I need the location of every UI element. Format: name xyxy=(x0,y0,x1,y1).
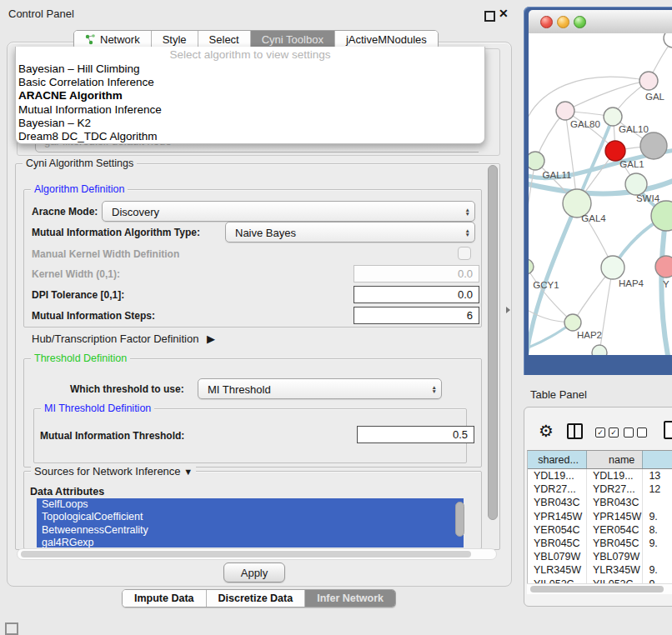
settings-hscrollbar-thumb[interactable] xyxy=(21,551,471,558)
network-node-y[interactable] xyxy=(655,256,672,278)
algorithm-dropdown-popup: Select algorithm to view settings Bayesi… xyxy=(15,47,485,144)
data-attribute-item-selected[interactable]: TopologicalCoefficient xyxy=(37,511,464,523)
table-row[interactable]: YBR045CYBR045C9. xyxy=(528,537,672,550)
table-cell: 13 xyxy=(643,469,672,482)
dropdown-item[interactable]: Basic Correlation Inference xyxy=(16,76,484,89)
manual-kernel-checkbox[interactable] xyxy=(458,247,471,260)
which-threshold-select[interactable]: MI Threshold ▲▼ xyxy=(198,378,442,399)
network-node-hap4[interactable] xyxy=(601,256,624,279)
network-node-gal[interactable] xyxy=(639,72,658,90)
network-node-hap2[interactable] xyxy=(564,314,581,331)
network-node-swi4[interactable] xyxy=(625,173,647,195)
hub-definition-expander[interactable]: Hub/Transcription Factor Definition ▶ xyxy=(32,332,215,345)
data-attribute-item-selected[interactable]: gal4RGexp xyxy=(37,537,464,548)
data-attribute-item-selected[interactable]: BetweennessCentrality xyxy=(37,524,464,537)
mi-threshold-label: Mutual Information Threshold: xyxy=(40,430,184,442)
mi-type-select[interactable]: Naive Bayes ▲▼ xyxy=(225,222,475,242)
table-column-header[interactable] xyxy=(643,451,672,468)
node-attribute-table[interactable]: shared...name YDL19...YDL19...13YDR27...… xyxy=(527,450,672,594)
app-viewport: Control Panel ✕ Network Style Select Cyn… xyxy=(0,0,672,635)
dpi-tolerance-input[interactable]: 0.0 xyxy=(354,286,479,303)
network-view-canvas[interactable]: GALGAL80GAL10GAL1GAL11GAL4SWI4GCY1HAP4YH… xyxy=(529,33,672,355)
network-node-label: GAL xyxy=(645,92,665,102)
stepper-arrows-icon: ▲▼ xyxy=(465,207,470,216)
table-column-header[interactable]: shared... xyxy=(528,451,587,468)
kernel-width-input[interactable]: 0.0 xyxy=(354,265,479,282)
data-attribute-item-selected[interactable]: SelfLoops xyxy=(37,498,464,511)
network-node[interactable] xyxy=(640,132,667,159)
network-node-gal80[interactable] xyxy=(556,102,574,120)
table-cell: YBL079W xyxy=(528,550,587,563)
table-row[interactable]: YPR145WYPR145W9. xyxy=(528,510,672,523)
network-node-label: GAL80 xyxy=(570,119,600,129)
settings-scrollbar[interactable] xyxy=(487,165,497,545)
panel-divider-handle[interactable] xyxy=(506,307,510,313)
aracne-mode-select[interactable]: Discovery ▲▼ xyxy=(102,201,475,222)
which-threshold-value: MI Threshold xyxy=(208,382,271,395)
data-attributes-list[interactable]: SelfLoopsTopologicalCoefficientBetweenne… xyxy=(37,498,464,548)
checked-columns-icon[interactable]: ✓ ✓ xyxy=(595,428,619,438)
table-cell: 8. xyxy=(643,523,672,537)
dropdown-item[interactable]: Bayesian – K2 xyxy=(16,117,484,130)
tab-label: Style xyxy=(163,33,187,46)
network-node[interactable] xyxy=(664,33,672,48)
dropdown-item[interactable]: ARACNE Algorithm xyxy=(16,89,484,102)
kernel-width-label: Kernel Width (0,1): xyxy=(32,268,120,280)
attributes-scrollbar-thumb[interactable] xyxy=(455,502,464,537)
expander-down-arrow-icon[interactable]: ▼ xyxy=(183,467,193,477)
tab-infer-network[interactable]: Infer Network xyxy=(304,590,395,607)
apply-button[interactable]: Apply xyxy=(223,562,285,582)
mi-steps-input[interactable]: 6 xyxy=(354,307,479,324)
dropdown-item[interactable]: Mutual Information Inference xyxy=(16,103,484,117)
aracne-mode-value: Discovery xyxy=(112,205,159,218)
tab-impute-data[interactable]: Impute Data xyxy=(123,590,206,607)
network-node-gal10[interactable] xyxy=(604,108,622,126)
table-row[interactable]: YER054CYER054C8. xyxy=(528,523,672,537)
tab-label: Cyni Toolbox xyxy=(262,33,323,46)
gear-icon[interactable]: ⚙ xyxy=(539,421,554,441)
zoom-traffic-light-icon[interactable] xyxy=(574,16,586,28)
table-row[interactable]: YBL079WYBL079W xyxy=(528,550,672,563)
table-hscrollbar[interactable] xyxy=(527,583,672,594)
dropdown-item[interactable]: Dream8 DC_TDC Algorithm xyxy=(16,130,484,143)
settings-scrollbar-thumb[interactable] xyxy=(488,165,498,520)
tab-jactivemnodules[interactable]: jActiveMNodules xyxy=(334,31,438,48)
which-threshold-label: Which threshold to use: xyxy=(70,383,184,395)
table-row[interactable]: YDR27...YDR27...12 xyxy=(528,482,672,496)
network-window-titlebar[interactable] xyxy=(529,10,672,34)
collapsed-panel-icon[interactable] xyxy=(5,622,18,635)
network-node-label: GCY1 xyxy=(533,280,559,290)
network-node-gal11[interactable] xyxy=(529,152,544,170)
dropdown-item[interactable]: Bayesian – Hill Climbing xyxy=(16,62,484,76)
unchecked-columns-icon[interactable] xyxy=(624,428,647,438)
minimize-traffic-light-icon[interactable] xyxy=(557,16,569,28)
tab-select[interactable]: Select xyxy=(198,31,250,48)
expander-right-arrow-icon[interactable]: ▶ xyxy=(207,332,215,345)
close-window-icon[interactable]: ✕ xyxy=(499,7,509,20)
tab-network[interactable]: Network xyxy=(74,31,151,48)
mi-steps-label: Mutual Information Steps: xyxy=(32,310,155,322)
table-row[interactable]: YLR345WYLR345W9. xyxy=(528,563,672,577)
close-traffic-light-icon[interactable] xyxy=(540,16,553,28)
tab-cyni-toolbox[interactable]: Cyni Toolbox xyxy=(250,31,334,48)
mi-threshold-input[interactable]: 0.5 xyxy=(357,426,474,443)
settings-hscrollbar[interactable] xyxy=(17,548,497,560)
network-node-label: HAP4 xyxy=(619,278,644,288)
tab-style[interactable]: Style xyxy=(151,31,198,48)
table-cell: 9. xyxy=(643,537,672,550)
sources-title-text: Sources for Network Inference xyxy=(34,465,181,478)
table-panel-title: Table Panel xyxy=(530,388,587,401)
float-window-icon[interactable] xyxy=(484,11,495,22)
network-node-gal1[interactable] xyxy=(605,141,625,161)
table-row[interactable]: YBR043CYBR043C xyxy=(528,496,672,509)
document-icon[interactable] xyxy=(664,421,672,439)
columns-icon[interactable] xyxy=(567,423,583,439)
table-hscrollbar-thumb[interactable] xyxy=(530,586,664,592)
attributes-scrollbar[interactable] xyxy=(455,500,464,546)
network-node-gcy1[interactable] xyxy=(529,259,534,274)
network-node[interactable] xyxy=(592,345,607,355)
tab-discretize-data[interactable]: Discretize Data xyxy=(206,590,305,607)
table-row[interactable]: YDL19...YDL19...13 xyxy=(528,469,672,482)
table-column-header[interactable]: name xyxy=(587,451,643,468)
table-cell: YPR145W xyxy=(528,510,587,523)
